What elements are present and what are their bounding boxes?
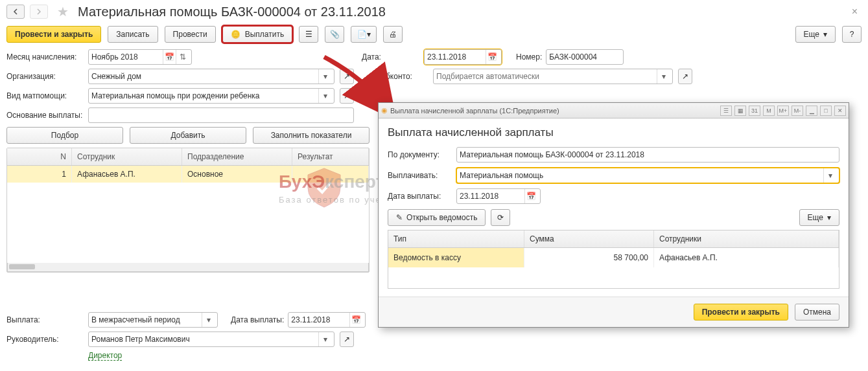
open-ref-button[interactable]: ↗ [340,69,354,84]
col-res[interactable]: Результат [292,148,369,165]
chevron-down-icon[interactable]: ▾ [318,69,331,84]
win-btn[interactable]: M- [792,106,803,116]
kind-field[interactable]: ▾ [88,88,334,104]
payout-select[interactable]: ▾ [88,312,218,328]
win-btn[interactable]: M+ [777,106,789,116]
write-button[interactable]: Записать [108,26,158,43]
coins-icon: 🪙 [231,29,241,39]
payout-table: Тип Сумма Сотрудники Ведомость в кассу 5… [388,230,839,289]
month-label: Месяц начисления: [6,52,84,62]
chevron-down-icon[interactable]: ▾ [202,313,215,327]
employees-table: N Сотрудник Подразделение Результат 1 Аф… [6,148,369,273]
calendar-icon[interactable]: 📅 [524,189,537,203]
month-field[interactable]: 📅 ⇅ [88,49,192,65]
chevron-down-icon[interactable]: ▾ [318,89,331,103]
more-button[interactable]: Еще ▾ [795,26,836,43]
pdate-label: Дата выплаты: [388,192,452,201]
print-icon-button[interactable]: 🖨 [383,26,403,43]
kind-label: Вид матпомощи: [6,91,84,100]
open-ref-button[interactable]: ↗ [340,332,354,347]
calendar-icon[interactable]: 📅 [486,50,499,64]
col-emp[interactable]: Сотрудник [72,148,182,165]
table-row[interactable]: Ведомость в кассу 58 700,00 Афанасьев А.… [388,248,839,267]
chevron-down-icon[interactable]: ▾ [318,332,331,346]
open-sheet-button[interactable]: ✎ Открыть ведомость [388,209,486,226]
number-label: Номер: [516,52,542,62]
reason-label: Основание выплаты: [6,111,84,120]
subconto-label: т. субконто: [371,72,429,81]
nav-back-button[interactable] [6,5,25,19]
win-btn[interactable]: M [763,106,775,116]
create-based-button[interactable]: 📄▾ [351,26,377,43]
h-scrollbar[interactable] [7,263,369,272]
open-ref-button[interactable]: ↗ [340,88,354,104]
favorite-star-icon[interactable]: ★ [57,4,69,19]
date-field[interactable]: 📅 [424,49,502,65]
close-icon[interactable]: × [848,5,862,19]
refresh-button[interactable]: ⟳ [491,209,510,226]
minimize-button[interactable]: ▁ [806,106,817,116]
popup-more-button[interactable]: Еще ▾ [799,209,839,226]
app-icon: ◉ [381,106,388,115]
fill-button[interactable]: Заполнить показатели [253,127,369,144]
pay-label: Выплачивать: [388,171,452,180]
subconto-field[interactable]: ▾ [433,69,673,84]
payout-date-label: Дата выплаты: [231,315,284,324]
en-label: ЕН [371,91,382,100]
page-title: Материальная помощь БАЗК-000004 от 23.11… [78,5,386,19]
chevron-down-icon[interactable]: ▾ [823,168,836,183]
add-button[interactable]: Добавить [130,127,246,144]
director-link[interactable]: Директор [88,351,122,361]
open-ref-button[interactable]: ↗ [678,69,692,84]
list-icon-button[interactable]: ☰ [299,26,318,43]
help-button[interactable]: ? [842,26,862,43]
chevron-down-icon[interactable]: ▾ [657,69,670,84]
date-label: Дата: [362,52,420,62]
org-field[interactable]: ▾ [88,69,334,84]
pay-field[interactable]: ▾ [456,168,839,183]
stepper-icon[interactable]: ⇅ [176,50,189,64]
org-label: Организация: [6,72,84,81]
pencil-icon: ✎ [396,213,403,222]
post-and-close-button[interactable]: Провести и закрыть [6,26,101,43]
popup-heading: Выплата начисленной зарплаты [388,126,839,139]
win-btn[interactable]: 31 [749,106,760,116]
attach-icon-button[interactable]: 📎 [325,26,344,43]
payout-date-field[interactable]: 📅 [288,312,366,328]
win-btn[interactable]: ☰ [720,106,732,116]
close-button[interactable]: ✕ [834,106,846,116]
maximize-button[interactable]: □ [820,106,832,116]
table-row[interactable]: 1 Афанасьев А.П. Основное [7,166,369,183]
doc-label: По документу: [388,150,452,159]
post-button[interactable]: Провести [165,26,216,43]
payout-popup: ◉ Выплата начисленной зарплаты (1С:Предп… [378,102,849,328]
popup-title: Выплата начисленной зарплаты (1С:Предпри… [390,107,718,115]
payout-label: Выплата: [6,315,84,324]
calendar-icon[interactable]: 📅 [163,50,176,64]
manager-label: Руководитель: [6,335,84,344]
doc-field[interactable] [456,147,839,163]
pay-button[interactable]: 🪙 Выплатить [222,26,293,43]
nav-fwd-button[interactable] [30,5,48,19]
calendar-icon[interactable]: 📅 [349,313,362,327]
col-n[interactable]: N [7,148,72,165]
col-dep[interactable]: Подразделение [182,148,292,165]
number-field[interactable] [546,49,624,65]
pick-button[interactable]: Подбор [6,127,123,144]
manager-field[interactable]: ▾ [88,332,334,347]
reason-field[interactable] [88,107,354,123]
win-btn[interactable]: ▦ [734,106,746,116]
pdate-field[interactable]: 📅 [456,188,541,204]
